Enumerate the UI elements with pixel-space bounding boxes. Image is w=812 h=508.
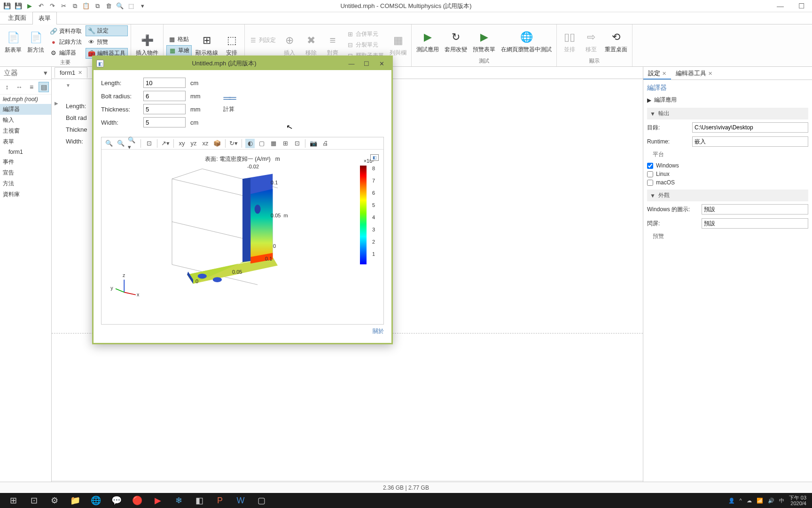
cut-icon[interactable]: ✂ xyxy=(59,2,68,10)
section-output[interactable]: ▼輸出 xyxy=(647,108,808,119)
section-appearance[interactable]: ▼外觀 xyxy=(647,190,808,201)
zoom-box-icon[interactable]: 🔍▾ xyxy=(128,139,137,148)
arrange-button[interactable]: ⬚安排 xyxy=(222,32,242,58)
axes-icon[interactable]: ⊡ xyxy=(292,139,302,148)
dropdown-icon[interactable]: ▾ xyxy=(138,2,147,10)
compute-button[interactable]: ══ 計算 xyxy=(223,92,234,113)
explorer-icon[interactable]: 📁 xyxy=(65,493,86,508)
xy-view-icon[interactable]: xy xyxy=(177,139,187,148)
taskbar-clock[interactable]: 下午 03 2020/4 xyxy=(789,495,806,506)
light-icon[interactable]: ◐ xyxy=(245,139,255,148)
length-input[interactable] xyxy=(143,78,186,88)
settings-taskbar-icon[interactable]: ⚙ xyxy=(44,493,65,508)
tree-form1[interactable]: form1 xyxy=(0,147,51,157)
paste-icon[interactable]: 📋 xyxy=(82,2,90,10)
tab-form[interactable]: 表單 xyxy=(32,12,57,24)
modal-titlebar[interactable]: ◧ Untitled.mph (試用版本) — ☐ ✕ xyxy=(94,57,391,70)
splash-select[interactable] xyxy=(702,218,808,229)
youtube-icon[interactable]: ▶ xyxy=(148,493,168,508)
show-grid-button[interactable]: ⊞顯示格線 xyxy=(194,32,220,58)
print-icon[interactable]: 🖨 xyxy=(320,139,330,148)
default-view-icon[interactable]: ⊡ xyxy=(144,139,154,148)
zoom-out-icon[interactable]: 🔍 xyxy=(116,139,125,148)
tree-events[interactable]: 事件 xyxy=(0,157,51,167)
maximize-button[interactable]: ☐ xyxy=(791,0,812,12)
saveas-icon[interactable]: 💾 xyxy=(14,2,23,10)
tab-main[interactable]: 主頁面 xyxy=(2,11,32,24)
duplicate-icon[interactable]: ⧉ xyxy=(93,2,102,10)
select-icon[interactable]: ⬚ xyxy=(127,2,135,10)
test-browser-button[interactable]: 🌐在網頁瀏覽器中測試 xyxy=(499,29,554,55)
test-app-button[interactable]: ▶測試應用 xyxy=(414,29,441,55)
close-tab-icon[interactable]: ✕ xyxy=(78,70,82,76)
tree-root[interactable]: led.mph (root) xyxy=(0,95,51,104)
about-link[interactable]: 關於 xyxy=(101,327,384,335)
preview-form-button[interactable]: ▶預覽表單 xyxy=(471,29,497,55)
taskview-icon[interactable]: ⊡ xyxy=(23,493,44,508)
volume-icon[interactable]: 🔊 xyxy=(768,498,774,504)
dir-input[interactable] xyxy=(692,122,808,133)
network-icon[interactable]: 📶 xyxy=(757,498,763,504)
copy-icon[interactable]: ⧉ xyxy=(70,2,79,10)
plot-3d[interactable]: z x y xyxy=(102,150,383,324)
insert-object-button[interactable]: ➕插入物件 xyxy=(134,32,160,58)
tab-settings[interactable]: 設定✕ xyxy=(643,67,671,79)
thickness-input[interactable] xyxy=(143,104,186,114)
app1-icon[interactable]: 🌐 xyxy=(86,493,106,508)
apply-changes-button[interactable]: ↻套用改變 xyxy=(443,29,469,55)
close-editor-tools-icon[interactable]: ✕ xyxy=(708,71,712,76)
undo-icon[interactable]: ↶ xyxy=(37,2,45,10)
word-icon[interactable]: W xyxy=(230,493,251,508)
tree-input[interactable]: 輸入 xyxy=(0,115,51,126)
grid-button[interactable]: ▦格點 xyxy=(166,34,192,44)
record-method-button[interactable]: ●記錄方法 xyxy=(48,37,84,47)
width-input[interactable] xyxy=(143,117,186,127)
cloud-icon[interactable]: ☁ xyxy=(747,498,752,504)
app3-icon[interactable]: ▢ xyxy=(251,493,272,508)
close-settings-icon[interactable]: ✕ xyxy=(662,71,666,76)
modal-close-button[interactable]: ✕ xyxy=(375,58,389,69)
tree-collapse-icon[interactable]: ↔ xyxy=(14,82,24,92)
save-icon[interactable]: 💾 xyxy=(3,2,11,10)
tree-methods[interactable]: 方法 xyxy=(0,178,51,189)
app2-icon[interactable]: ❄ xyxy=(168,493,189,508)
refresh-plot-icon[interactable]: ↻▾ xyxy=(229,139,238,148)
doc-tab-form1[interactable]: form1 ✕ xyxy=(55,67,87,78)
tree-forms[interactable]: 表單 xyxy=(0,136,51,147)
runtime-select[interactable] xyxy=(692,136,808,147)
compiler-button[interactable]: ⚙編譯器 xyxy=(48,48,84,58)
linux-checkbox[interactable]: Linux xyxy=(647,170,808,178)
tree-view-icon[interactable]: ▤ xyxy=(39,82,49,92)
perspective-icon[interactable]: 📦 xyxy=(212,139,222,148)
reset-desktop-button[interactable]: ⟲重置桌面 xyxy=(603,29,629,55)
xz-view-icon[interactable]: xz xyxy=(201,139,210,148)
yz-view-icon[interactable]: yz xyxy=(189,139,198,148)
modal-minimize-button[interactable]: — xyxy=(344,58,359,69)
icon-select[interactable] xyxy=(702,204,808,214)
tree-libraries[interactable]: 資料庫 xyxy=(0,189,51,200)
transparency-icon[interactable]: ▢ xyxy=(257,139,266,148)
modal-maximize-button[interactable]: ☐ xyxy=(359,58,374,69)
boltradius-input[interactable] xyxy=(143,91,186,101)
tree-declarations[interactable]: 宣告 xyxy=(0,167,51,178)
macos-checkbox[interactable]: macOS xyxy=(647,178,808,187)
comsol-icon[interactable]: ◧ xyxy=(189,493,210,508)
compile-app-button[interactable]: ▶編譯應用 xyxy=(647,95,808,105)
delete-icon[interactable]: 🗑 xyxy=(104,2,113,10)
tree-compiler[interactable]: 編譯器 xyxy=(0,104,51,115)
grid-plot-icon[interactable]: ⊞ xyxy=(281,139,290,148)
snapshot-icon[interactable]: 📷 xyxy=(309,139,318,148)
windows-checkbox[interactable]: Windows xyxy=(647,161,808,170)
plot-detach-icon[interactable]: ◧ xyxy=(370,154,379,161)
redo-icon[interactable]: ↷ xyxy=(48,2,56,10)
tab-editor-tools[interactable]: 編輯器工具✕ xyxy=(671,67,717,79)
sketch-button[interactable]: ▦草繪 xyxy=(166,45,192,56)
find-icon[interactable]: 🔍 xyxy=(116,2,124,10)
play-icon[interactable]: ▶ xyxy=(25,2,34,10)
zoom-in-icon[interactable]: 🔍 xyxy=(104,139,114,148)
start-button[interactable]: ⊞ xyxy=(3,493,23,508)
wireframe-icon[interactable]: ▦ xyxy=(269,139,278,148)
ime-indicator[interactable]: 中 xyxy=(779,497,784,504)
tree-sync-icon[interactable]: ≡ xyxy=(26,82,37,92)
settings-button[interactable]: 🔧設定 xyxy=(86,25,128,36)
